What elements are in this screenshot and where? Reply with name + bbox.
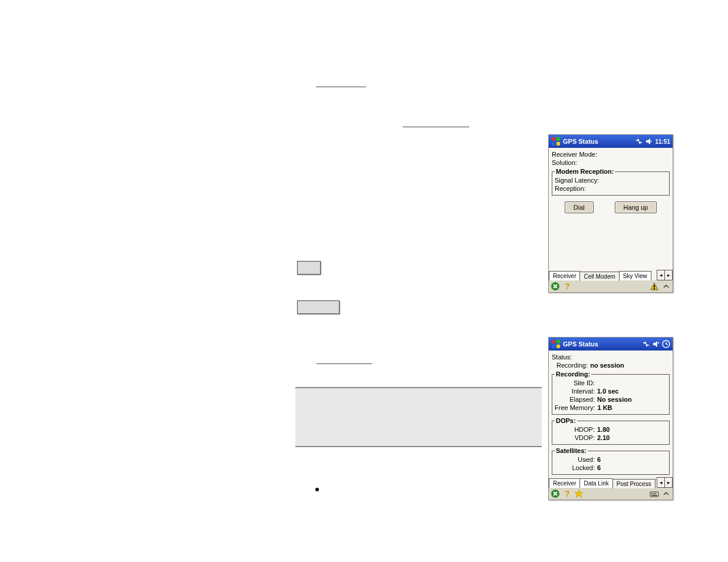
svg-rect-8 — [552, 340, 555, 343]
tab-scroll-left[interactable]: ◂ — [657, 477, 665, 488]
clock-text[interactable]: 11:51 — [655, 138, 670, 145]
tab-strip: Receiver Data Link Post Process ◂ ▸ — [549, 477, 673, 488]
svg-rect-0 — [552, 137, 555, 141]
clock-icon[interactable] — [662, 340, 670, 348]
receiver-mode-label: Receiver Mode: — [552, 151, 597, 158]
tab-scroll-right[interactable]: ▸ — [664, 270, 673, 280]
help-icon[interactable]: ? — [562, 282, 572, 291]
hdop-value: 1.80 — [597, 426, 610, 433]
pda-window-cellmodem: GPS Status 11:51 Receiver Mode: Solution… — [548, 134, 673, 293]
signal-latency-label: Signal Latency: — [555, 177, 599, 184]
modem-reception-legend: Modem Reception: — [555, 168, 615, 175]
recording-legend: Recording: — [555, 371, 591, 378]
recording-status-value: no session — [590, 362, 624, 369]
locked-value: 6 — [597, 464, 601, 471]
warning-icon[interactable] — [650, 282, 659, 291]
window-title: GPS Status — [563, 138, 598, 145]
tab-data-link[interactable]: Data Link — [579, 478, 612, 488]
keyboard-icon[interactable] — [650, 489, 659, 498]
start-icon[interactable] — [551, 339, 561, 349]
vdop-label: VDOP: — [555, 434, 595, 441]
tab-strip: Receiver Cell Modem Sky View ◂ ▸ — [549, 270, 673, 280]
dops-group: DOPs: HDOP:1.80 VDOP:2.10 — [552, 417, 670, 445]
volume-icon[interactable] — [645, 137, 653, 146]
svg-rect-17 — [653, 493, 654, 494]
hdop-label: HDOP: — [555, 426, 595, 433]
dial-button[interactable]: Dial — [565, 201, 594, 213]
modem-reception-group: Modem Reception: Signal Latency: Recepti… — [552, 168, 670, 196]
connection-icon[interactable] — [635, 137, 643, 146]
status-label: Status: — [552, 353, 572, 361]
hangup-button[interactable]: Hang up — [615, 201, 657, 213]
tab-receiver[interactable]: Receiver — [549, 478, 580, 488]
reception-label: Reception: — [555, 185, 586, 192]
help-icon[interactable]: ? — [562, 489, 572, 498]
star-icon[interactable] — [574, 489, 584, 498]
svg-rect-2 — [552, 142, 555, 146]
site-id-label: Site ID: — [555, 379, 595, 386]
sip-up-icon[interactable] — [661, 489, 671, 498]
tab-post-process[interactable]: Post Process — [612, 479, 655, 488]
solution-label: Solution: — [552, 159, 577, 166]
svg-rect-7 — [654, 288, 655, 289]
start-icon[interactable] — [551, 137, 561, 146]
svg-rect-19 — [651, 495, 657, 496]
svg-rect-11 — [556, 345, 560, 348]
tab-scroll-right[interactable]: ▸ — [664, 477, 673, 488]
volume-icon[interactable] — [652, 340, 660, 348]
bullet-icon — [315, 488, 319, 491]
dops-legend: DOPs: — [555, 417, 577, 424]
freememory-label: Free Memory: — [555, 404, 595, 411]
interval-label: Interval: — [555, 388, 595, 395]
pda-window-postprocess: GPS Status Status: Recording:no session … — [548, 337, 673, 500]
svg-rect-1 — [556, 137, 560, 141]
close-icon[interactable] — [551, 489, 560, 498]
tab-scroll-left[interactable]: ◂ — [657, 270, 665, 280]
freememory-value: 1 KB — [597, 404, 612, 411]
tab-receiver[interactable]: Receiver — [549, 271, 580, 280]
svg-rect-18 — [655, 493, 656, 494]
svg-text:?: ? — [565, 489, 570, 498]
svg-rect-15 — [650, 492, 658, 497]
svg-rect-3 — [556, 142, 560, 146]
window-title: GPS Status — [563, 340, 598, 348]
svg-rect-6 — [654, 285, 655, 287]
recording-group: Recording: Site ID: Interval:1.0 sec Ela… — [552, 371, 670, 415]
locked-label: Locked: — [555, 464, 595, 471]
titlebar: GPS Status — [549, 338, 673, 351]
float-button-2[interactable] — [297, 300, 340, 314]
elapsed-label: Elapsed: — [555, 396, 595, 403]
recording-status-label: Recording: — [556, 362, 588, 369]
svg-rect-9 — [556, 340, 560, 343]
close-icon[interactable] — [551, 282, 560, 291]
interval-value: 1.0 sec — [597, 388, 619, 395]
satellites-group: Satellites: Used:6 Locked:6 — [552, 447, 670, 475]
svg-text:?: ? — [565, 282, 570, 291]
svg-rect-16 — [651, 493, 653, 494]
svg-rect-10 — [552, 345, 555, 348]
float-button-1[interactable] — [297, 261, 321, 275]
info-panel — [295, 387, 542, 447]
vdop-value: 2.10 — [597, 434, 610, 441]
used-label: Used: — [555, 456, 595, 463]
tab-sky-view[interactable]: Sky View — [619, 271, 651, 280]
tab-cell-modem[interactable]: Cell Modem — [579, 272, 619, 281]
connection-icon[interactable] — [642, 340, 650, 348]
satellites-legend: Satellites: — [555, 447, 588, 454]
bottom-bar: ? — [549, 488, 673, 500]
elapsed-value: No session — [597, 396, 632, 403]
bottom-bar: ? — [549, 280, 673, 292]
titlebar: GPS Status 11:51 — [549, 135, 673, 148]
used-value: 6 — [597, 456, 601, 463]
sip-up-icon[interactable] — [661, 282, 671, 291]
